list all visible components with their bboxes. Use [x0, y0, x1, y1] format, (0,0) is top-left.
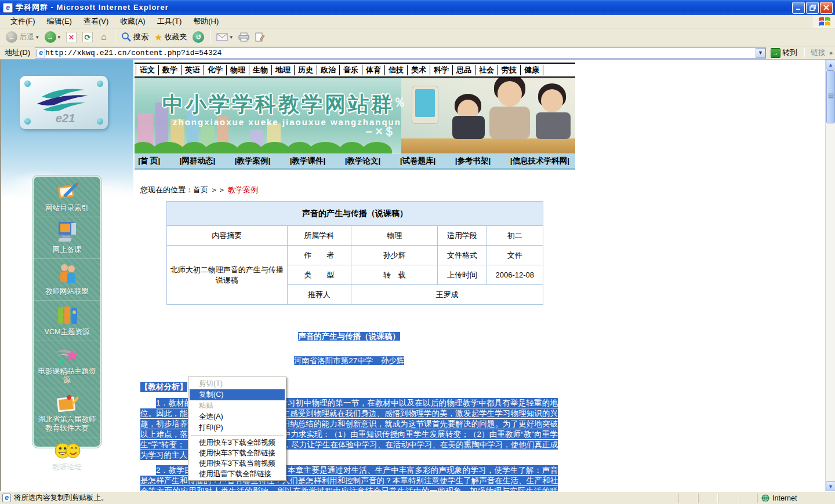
subject-link[interactable]: 地理 [271, 65, 294, 75]
context-menu-flashget-all-links[interactable]: 使用快车3下载全部链接 [190, 448, 285, 458]
subject-link[interactable]: 劳技 [498, 65, 520, 75]
subject-link[interactable]: 音乐 [339, 65, 362, 75]
site-nav-it-subject[interactable]: |信息技术学科网| [510, 156, 569, 166]
go-button[interactable]: → 转到 [768, 47, 800, 59]
sidebar-item-label: 网上备课 [53, 246, 82, 254]
subject-link[interactable]: 思品 [452, 65, 475, 75]
menu-help[interactable]: 帮助(H) [187, 14, 224, 28]
subject-link[interactable]: 物理 [226, 65, 249, 75]
breadcrumb-separator: ＞＞ [210, 185, 226, 195]
subject-link[interactable]: 历史 [294, 65, 317, 75]
favorites-button[interactable]: ★ 收藏夹 [152, 31, 189, 44]
sidebar-item-label: VCM主题资源 [45, 328, 90, 337]
context-menu-flashget-current-video[interactable]: 使用快车3下载当前视频 [190, 458, 285, 469]
context-menu-cut: 剪切(T) [190, 378, 285, 389]
favorites-label: 收藏夹 [164, 32, 187, 42]
context-menu-flashget-all-videos[interactable]: 使用快车3下载全部视频 [190, 437, 285, 448]
menu-view[interactable]: 查看(V) [78, 14, 114, 28]
banner-monitor-graphic [412, 86, 438, 124]
site-nav-books[interactable]: |参考书架| [455, 156, 491, 166]
mail-button[interactable]: ▾ [214, 32, 235, 42]
breadcrumb-prefix[interactable]: 您现在的位置：首页 [140, 185, 208, 195]
links-chevron-icon[interactable]: » [829, 49, 833, 56]
search-button[interactable]: 搜索 [119, 31, 151, 43]
sidebar-item-site-index[interactable]: 网站目录索引 [34, 177, 100, 217]
context-menu-print[interactable]: 打印(P) [190, 422, 285, 433]
site-nav-home[interactable]: |首 页| [138, 156, 160, 166]
site-nav-papers[interactable]: |教学论文| [345, 156, 381, 166]
sidebar-item-label: 湖北省第六届教师教育软件大赛 [35, 415, 99, 433]
history-button[interactable]: ↺ [190, 30, 206, 44]
print-icon [238, 32, 249, 42]
type-label: 类 型 [287, 265, 351, 285]
subject-link[interactable]: 健康 [520, 65, 543, 75]
back-icon: ← [6, 31, 17, 43]
breadcrumb-current[interactable]: 教学案例 [228, 185, 258, 195]
context-menu-copy[interactable]: 复制(C) [190, 389, 285, 400]
print-button[interactable] [236, 31, 252, 43]
back-button[interactable]: ← 后退 ▾ [3, 30, 41, 44]
minimize-button[interactable] [792, 2, 805, 14]
edit-icon [255, 32, 265, 42]
site-nav-cases[interactable]: |教学案例| [235, 156, 271, 166]
subject-link[interactable]: 英语 [181, 65, 204, 75]
status-ie-icon: e [2, 494, 11, 502]
subject-link[interactable]: 数学 [158, 65, 181, 75]
sidebar-item-vcm-resources[interactable]: VCM主题资源 [34, 301, 100, 341]
subject-link[interactable]: 化学 [204, 65, 226, 75]
address-dropdown-button[interactable]: ▼ [756, 48, 765, 58]
home-button[interactable]: ⌂ [96, 31, 111, 43]
security-zone: Internet [757, 494, 833, 503]
forward-dropdown-icon[interactable]: ▾ [58, 34, 61, 40]
address-input[interactable]: e http://xkwq.e21.cn/content.php?id=5432… [35, 48, 766, 59]
scroll-down-button[interactable]: ▼ [826, 481, 835, 491]
sidebar-item-research-forum[interactable]: 教研论坛 [34, 437, 100, 475]
sidebar-item-teacher-alliance[interactable]: 教师网站联盟 [34, 259, 100, 301]
history-icon: ↺ [193, 31, 204, 43]
refresh-button[interactable]: ⟳ [80, 31, 95, 43]
article-section-heading: 【教材分析】 [140, 382, 187, 392]
home-icon: ⌂ [99, 32, 109, 42]
close-button[interactable] [820, 2, 833, 14]
stop-button[interactable]: ✕ [64, 31, 79, 43]
go-label: 转到 [782, 48, 797, 58]
recommender-label: 推荐人 [287, 285, 351, 305]
status-pane [718, 494, 738, 503]
ie-window-icon: e [3, 3, 13, 13]
subject-link[interactable]: 语文 [136, 65, 158, 75]
menu-edit[interactable]: 编辑(E) [41, 14, 78, 28]
menu-favorites[interactable]: 收藏(A) [114, 14, 151, 28]
menu-tools[interactable]: 工具(T) [151, 14, 188, 28]
upload-label: 上传时间 [438, 265, 487, 285]
links-label[interactable]: 链接 [809, 48, 827, 58]
subject-link[interactable]: 生物 [249, 65, 271, 75]
sidebar-item-film-resources[interactable]: 电影课精品主题资源 [34, 341, 100, 389]
scrollbar-thumb[interactable] [826, 70, 835, 123]
subject-link[interactable]: 信技 [384, 65, 407, 75]
context-menu-select-all[interactable]: 全选(A) [190, 411, 285, 422]
subject-link[interactable]: 科学 [430, 65, 452, 75]
scroll-up-button[interactable]: ▲ [826, 60, 835, 70]
menu-file[interactable]: 文件(F) [5, 14, 41, 28]
address-bar: 地址(D) e http://xkwq.e21.cn/content.php?i… [0, 46, 835, 60]
edit-button[interactable] [253, 31, 267, 43]
restore-button[interactable] [806, 2, 819, 14]
sidebar-item-software-contest[interactable]: 湖北省第六届教师教育软件大赛 [34, 389, 100, 437]
stage-value: 初二 [487, 226, 543, 246]
subject-link[interactable]: 美术 [407, 65, 430, 75]
context-menu-thunder-all-links[interactable]: 使用迅雷下载全部链接 [190, 469, 285, 479]
subject-link[interactable]: 政治 [317, 65, 339, 75]
site-nav-news[interactable]: |网群动态| [180, 156, 216, 166]
mail-dropdown-icon[interactable]: ▾ [230, 34, 233, 40]
back-dropdown-icon[interactable]: ▾ [36, 34, 39, 40]
address-url[interactable]: http://xkwq.e21.cn/content.php?id=54324 [45, 49, 756, 57]
site-nav-courseware[interactable]: |教学课件| [290, 156, 326, 166]
subject-link[interactable]: 体育 [362, 65, 384, 75]
forward-button[interactable]: → ▾ [42, 30, 63, 44]
subject-link[interactable]: 社会 [475, 65, 498, 75]
sidebar-item-label: 电影课精品主题资源 [35, 367, 99, 385]
sidebar-item-online-prep[interactable]: 网上备课 [34, 217, 100, 259]
site-nav-exams[interactable]: |试卷题库| [400, 156, 436, 166]
vertical-scrollbar[interactable]: ▲ ▼ [825, 60, 835, 491]
favorites-star-icon: ★ [154, 32, 162, 43]
